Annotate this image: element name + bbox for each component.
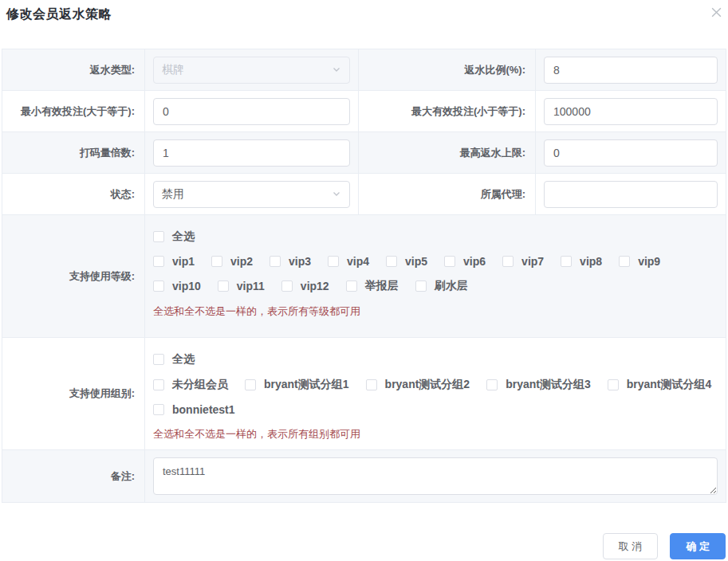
status-label: 状态: bbox=[2, 174, 145, 214]
level-checkbox[interactable]: vip1 bbox=[153, 255, 195, 268]
level-checkbox[interactable]: vip5 bbox=[386, 255, 427, 268]
group-checkbox[interactable]: bryant测试分组1 bbox=[245, 378, 349, 392]
confirm-button[interactable]: 确 定 bbox=[670, 533, 726, 559]
checkbox-icon bbox=[386, 256, 397, 267]
checkbox-icon bbox=[281, 280, 293, 292]
row-multiplier-cap: 打码量倍数: 最高返水上限: bbox=[2, 132, 726, 174]
row-rebate-type-ratio: 返水类型: 棋牌 返水比例(%): bbox=[2, 49, 726, 91]
checkbox-icon bbox=[153, 379, 164, 390]
rebate-type-label: 返水类型: bbox=[2, 49, 145, 90]
checkbox-icon bbox=[245, 379, 256, 390]
checkbox-icon bbox=[561, 256, 572, 267]
rebate-form-table: 返水类型: 棋牌 返水比例(%): 最小有效投注(大于等于): 最大有效投注(小… bbox=[2, 49, 726, 503]
row-levels: 支持使用等级: 全选 vip1 bbox=[2, 215, 726, 338]
group-checkbox[interactable]: bryant测试分组2 bbox=[366, 378, 470, 392]
group-checkbox[interactable]: bryant测试分组3 bbox=[486, 378, 591, 392]
checkbox-icon bbox=[486, 379, 498, 390]
checkbox-icon bbox=[366, 379, 377, 390]
level-checkbox[interactable]: 举报层 bbox=[346, 279, 399, 293]
levels-select-all-checkbox[interactable]: 全选 bbox=[153, 230, 195, 244]
rebate-ratio-input[interactable] bbox=[544, 57, 718, 84]
groups-select-all-checkbox[interactable]: 全选 bbox=[153, 352, 195, 367]
checkbox-icon bbox=[153, 256, 164, 267]
checkbox-icon bbox=[153, 280, 164, 292]
level-checkbox[interactable]: 刷水层 bbox=[415, 279, 468, 293]
cancel-button[interactable]: 取 消 bbox=[603, 533, 659, 559]
row-remark: 备注: test11111 bbox=[2, 450, 726, 502]
group-checkbox[interactable]: 未分组会员 bbox=[153, 378, 228, 392]
checkbox-icon bbox=[346, 280, 357, 292]
dialog-title: 修改会员返水策略 bbox=[6, 6, 112, 23]
wager-multiplier-label: 打码量倍数: bbox=[2, 132, 145, 173]
checkbox-icon bbox=[153, 354, 164, 365]
checkbox-icon bbox=[270, 256, 281, 267]
agent-label: 所属代理: bbox=[359, 174, 536, 214]
max-bet-label: 最大有效投注(小于等于): bbox=[359, 91, 536, 131]
row-bet-limits: 最小有效投注(大于等于): 最大有效投注(小于等于): bbox=[2, 91, 726, 132]
min-bet-label: 最小有效投注(大于等于): bbox=[2, 91, 145, 131]
level-checkbox[interactable]: vip9 bbox=[619, 255, 660, 268]
level-checkbox[interactable]: vip7 bbox=[502, 255, 544, 268]
checkbox-icon bbox=[153, 404, 164, 415]
checkbox-icon bbox=[218, 280, 229, 292]
status-select[interactable]: 禁用 bbox=[153, 181, 350, 208]
rebate-type-value: 棋牌 bbox=[162, 63, 184, 77]
chevron-down-icon bbox=[332, 64, 341, 76]
max-rebate-cap-label: 最高返水上限: bbox=[359, 132, 536, 173]
checkbox-icon bbox=[608, 379, 619, 390]
rebate-type-select[interactable]: 棋牌 bbox=[153, 57, 350, 84]
groups-note: 全选和全不选是一样的，表示所有组别都可用 bbox=[153, 427, 718, 441]
level-checkbox[interactable]: vip12 bbox=[281, 280, 329, 292]
checkbox-icon bbox=[153, 231, 164, 242]
level-checkbox[interactable]: vip10 bbox=[153, 280, 201, 292]
group-checkbox[interactable]: bonnietest1 bbox=[153, 403, 235, 416]
checkbox-icon bbox=[415, 280, 427, 292]
remark-label: 备注: bbox=[2, 450, 145, 502]
row-status-agent: 状态: 禁用 所属代理: bbox=[2, 174, 726, 215]
level-checkbox[interactable]: vip2 bbox=[211, 255, 253, 268]
chevron-down-icon bbox=[332, 188, 341, 201]
rebate-ratio-label: 返水比例(%): bbox=[359, 49, 536, 90]
levels-label: 支持使用等级: bbox=[2, 215, 145, 337]
status-value: 禁用 bbox=[162, 187, 184, 202]
max-bet-input[interactable] bbox=[544, 98, 718, 125]
remark-textarea[interactable]: test11111 bbox=[153, 457, 718, 495]
level-checkbox[interactable]: vip4 bbox=[328, 255, 369, 268]
groups-label: 支持使用组别: bbox=[2, 338, 145, 449]
checkbox-icon bbox=[502, 256, 514, 267]
dialog-footer: 取 消 确 定 bbox=[603, 533, 726, 559]
checkbox-icon bbox=[619, 256, 630, 267]
level-checkbox[interactable]: vip11 bbox=[218, 280, 265, 292]
row-groups: 支持使用组别: 全选 未分组会员 bbox=[2, 338, 726, 450]
wager-multiplier-input[interactable] bbox=[153, 139, 350, 167]
level-checkbox[interactable]: vip6 bbox=[444, 255, 486, 268]
level-checkbox[interactable]: vip8 bbox=[561, 255, 602, 268]
agent-input[interactable] bbox=[544, 181, 718, 208]
min-bet-input[interactable] bbox=[153, 98, 350, 125]
level-checkbox[interactable]: vip3 bbox=[270, 255, 311, 268]
group-checkbox[interactable]: bryant测试分组4 bbox=[608, 378, 712, 392]
close-icon[interactable] bbox=[707, 3, 725, 21]
max-rebate-cap-input[interactable] bbox=[544, 139, 718, 167]
checkbox-icon bbox=[211, 256, 222, 267]
checkbox-icon bbox=[328, 256, 339, 267]
levels-note: 全选和全不选是一样的，表示所有等级都可用 bbox=[153, 304, 718, 319]
checkbox-icon bbox=[444, 256, 455, 267]
